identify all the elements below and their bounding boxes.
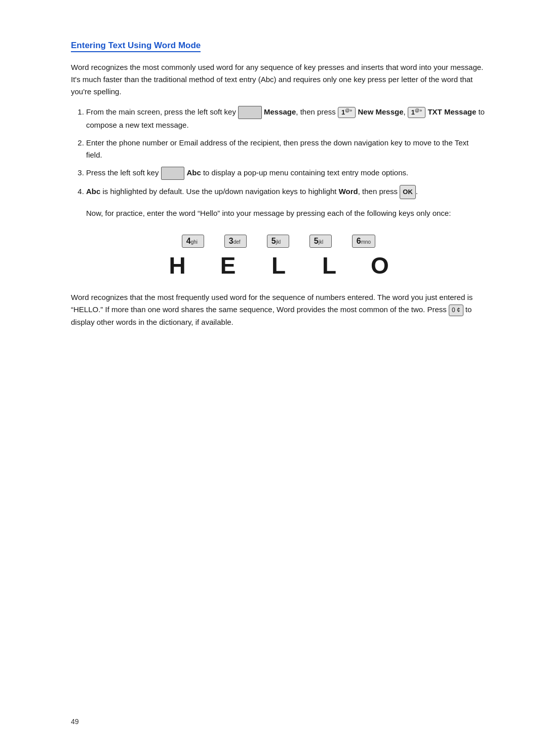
ok-button-icon: OK [400, 185, 416, 199]
step4-word-label: Word [339, 187, 358, 196]
key-cell-o: 6mno [352, 235, 375, 248]
key-cell-e: 3def [224, 235, 247, 248]
steps-list: From the main screen, press the left sof… [86, 106, 486, 199]
closing-text-1: Word recognizes that the most frequently… [71, 293, 473, 314]
hello-diagram: 4ghi 3def 5jkl 5jkl 6mno H E L L O [71, 235, 486, 279]
key-4ghi: 4ghi [182, 235, 204, 248]
key-5jkl-2: 5jkl [309, 235, 332, 248]
page-number: 49 [71, 717, 79, 726]
key-1-at-2: 1@» [408, 107, 425, 118]
key-cell-l2: 5jkl [309, 235, 332, 248]
letter-h: H [162, 252, 192, 279]
step-4: Abc is highlighted by default. Use the u… [86, 185, 486, 199]
intro-paragraph: Word recognizes the most commonly used w… [71, 61, 486, 98]
key-cell-l1: 5jkl [267, 235, 289, 248]
softkey-icon-2 [161, 167, 185, 180]
key-6mno: 6mno [352, 235, 375, 248]
step1-new-messge-label: New Messge [358, 107, 403, 116]
step3-abc-label: Abc [186, 168, 201, 177]
section-title: Entering Text Using Word Mode [71, 41, 201, 52]
softkey-icon-1 [238, 106, 262, 119]
key-1-at: 1@» [338, 107, 356, 118]
letter-l1: L [263, 252, 294, 279]
step1-message-label: Message [264, 107, 296, 116]
after-steps-text: Now, for practice, enter the word “Hello… [86, 207, 486, 220]
key-cell-h: 4ghi [182, 235, 204, 248]
hello-letters-row: H E L L O [71, 252, 486, 279]
letter-l2: L [314, 252, 344, 279]
step1-txt-message-label: TXT Message [427, 107, 476, 116]
key-5jkl-1: 5jkl [267, 235, 289, 248]
closing-paragraph: Word recognizes that the most frequently… [71, 291, 486, 328]
letter-o: O [365, 252, 395, 279]
hello-keys-row: 4ghi 3def 5jkl 5jkl 6mno [71, 235, 486, 248]
key-3def: 3def [224, 235, 247, 248]
letter-e: E [213, 252, 243, 279]
nav-key-icon: 0 ¢ [449, 305, 463, 316]
step-2: Enter the phone number or Email address … [86, 137, 486, 162]
step4-abc-label: Abc [86, 187, 100, 196]
step-1: From the main screen, press the left sof… [86, 106, 486, 132]
step-3: Press the left soft key Abc to display a… [86, 167, 486, 180]
